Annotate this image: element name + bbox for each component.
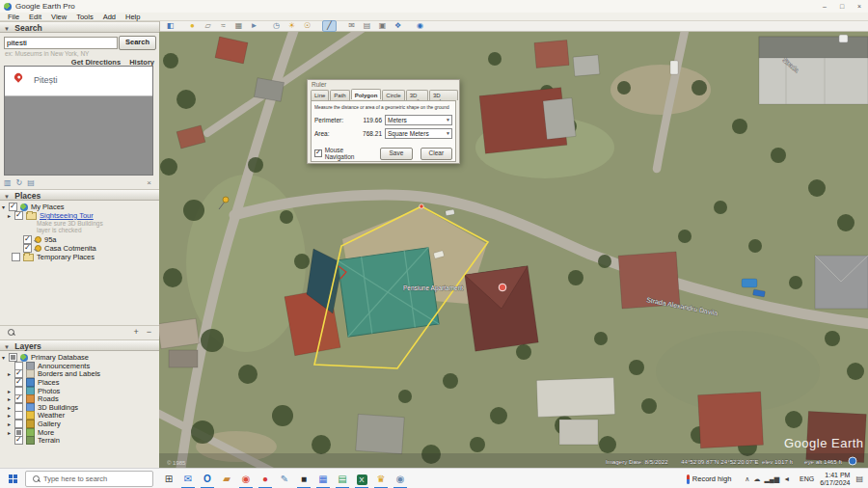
save-button[interactable]: Save: [380, 148, 412, 160]
code-app-icon[interactable]: ■: [294, 469, 313, 488]
historical-imagery-icon[interactable]: ◷: [269, 20, 284, 32]
tray-expand-icon[interactable]: ∧: [745, 475, 749, 483]
clear-results-icon[interactable]: ×: [147, 178, 151, 187]
ruler-tab[interactable]: Polygon: [351, 89, 382, 99]
layers-row-primary-database[interactable]: ▾ Primary Database: [2, 353, 89, 362]
menu-item[interactable]: Help: [121, 13, 145, 21]
perimeter-unit-select[interactable]: Meters: [385, 115, 452, 125]
menu-item[interactable]: Add: [98, 13, 121, 21]
clear-button[interactable]: Clear: [420, 148, 452, 160]
outlook-icon[interactable]: O: [198, 469, 217, 488]
mouse-navigation-checkbox[interactable]: [314, 149, 322, 157]
caret-right-icon[interactable]: ▸: [8, 212, 14, 219]
places-panel-header[interactable]: ▼ Places: [0, 189, 159, 201]
menu-item[interactable]: File: [3, 13, 24, 21]
primary-database-checkbox[interactable]: [9, 353, 17, 362]
notification-center-icon[interactable]: ▤: [855, 474, 863, 483]
paint-app-icon[interactable]: ✎: [275, 469, 294, 488]
layers-tree-row[interactable]: ▸ 3D Buildings: [8, 403, 100, 412]
ruler-tab[interactable]: 3D path: [406, 90, 428, 100]
add-polygon-icon[interactable]: ▱: [201, 20, 215, 32]
add-image-overlay-icon[interactable]: ▦: [231, 20, 246, 32]
caret-right-icon[interactable]: ▸: [8, 429, 14, 436]
menu-item[interactable]: View: [46, 13, 71, 21]
caret-down-icon[interactable]: ▾: [2, 354, 9, 361]
caret-down-icon[interactable]: ▾: [2, 203, 9, 210]
google-earth-icon[interactable]: ◉: [391, 469, 410, 488]
places-row-sightseeing[interactable]: ▸ Sightseeing Tour: [8, 211, 94, 220]
taskbar-search[interactable]: Type here to search: [25, 471, 153, 487]
ruler-tab[interactable]: Line: [311, 90, 329, 100]
weather-widget[interactable]: Record high: [692, 474, 731, 483]
lodging-poi-icon[interactable]: [499, 284, 506, 291]
onedrive-icon[interactable]: ☁: [753, 475, 760, 483]
network-icon[interactable]: ▂▄▆: [764, 475, 779, 483]
search-button[interactable]: Search: [119, 36, 156, 50]
ruler-icon[interactable]: ╱: [322, 20, 337, 32]
browser-app-icon[interactable]: ●: [256, 469, 275, 488]
toggle-sidebar-icon[interactable]: ◧: [163, 20, 177, 32]
places-row-my-places[interactable]: ▾ My Places: [2, 203, 65, 211]
add-path-icon[interactable]: ≈: [216, 20, 231, 32]
sunlight-icon[interactable]: ☀: [285, 20, 299, 32]
task-view-icon[interactable]: ⊞: [159, 469, 178, 488]
temporary-places-checkbox[interactable]: [12, 253, 20, 261]
gold-app-icon[interactable]: ♛: [371, 469, 391, 488]
caret-right-icon[interactable]: ▸: [8, 370, 14, 377]
refresh-results-icon[interactable]: ↻: [16, 178, 23, 187]
globe-icon[interactable]: ◉: [413, 20, 427, 32]
taskbar-clock[interactable]: 1:41 PM 6/17/2024: [820, 472, 850, 487]
layer-checkbox[interactable]: [14, 436, 23, 445]
volume-icon[interactable]: ◄: [783, 475, 790, 482]
minimize-button[interactable]: –: [816, 1, 833, 13]
places-row-casa-cotmenita[interactable]: Casa Cotmenita: [23, 244, 96, 253]
menu-item[interactable]: Edit: [24, 13, 46, 21]
caret-right-icon[interactable]: ▸: [8, 404, 14, 411]
maximize-button[interactable]: □: [833, 1, 851, 13]
search-places-icon[interactable]: [8, 329, 14, 336]
planets-icon[interactable]: ☉: [300, 20, 314, 32]
menu-item[interactable]: Tools: [71, 13, 98, 21]
excel-icon[interactable]: X: [352, 469, 371, 488]
caret-right-icon[interactable]: ▸: [8, 412, 14, 419]
places-row-temporary[interactable]: Temporary Places: [12, 253, 95, 261]
sheets-app-icon[interactable]: ▤: [333, 469, 352, 488]
ruler-vertex-marker[interactable]: [420, 204, 423, 208]
map-viewport[interactable]: Pensiune Apartament Strada Alexandru Dav…: [159, 32, 868, 468]
layers-panel-header[interactable]: ▼ Layers: [0, 339, 159, 351]
ruler-tab[interactable]: 3D polygon: [429, 90, 458, 100]
calculator-icon[interactable]: ▦: [313, 469, 333, 488]
print-icon[interactable]: ▤: [360, 20, 374, 32]
ruler-tab[interactable]: Circle: [382, 90, 404, 100]
layers-tree-row[interactable]: ▸ Roads: [8, 394, 100, 403]
folder-app-icon[interactable]: ▰: [217, 469, 236, 488]
photo-overlay-icon[interactable]: [839, 35, 848, 42]
sightseeing-checkbox[interactable]: [14, 211, 23, 220]
search-result-item[interactable]: Pitești: [5, 67, 152, 96]
start-button[interactable]: [0, 469, 25, 488]
layers-tree-row[interactable]: ▸ Terrain: [8, 436, 100, 445]
layers-tree-row[interactable]: ▸ Weather: [8, 412, 100, 420]
chrome-icon[interactable]: ◉: [236, 469, 256, 488]
ruler-dialog[interactable]: Ruler Line Path Polygon Circle 3D path 3…: [307, 79, 460, 164]
add-place-icon[interactable]: +: [133, 327, 138, 337]
remove-place-icon[interactable]: −: [147, 327, 151, 337]
layers-tree-row[interactable]: ▸ Gallery: [8, 420, 100, 428]
save-results-icon[interactable]: ▥: [4, 178, 12, 187]
close-button[interactable]: ×: [851, 1, 868, 13]
view-in-maps-icon[interactable]: ❖: [391, 20, 405, 32]
area-unit-select[interactable]: Square Meters: [385, 128, 452, 139]
caret-right-icon[interactable]: ▸: [8, 395, 14, 402]
ruler-tab[interactable]: Path: [330, 90, 349, 100]
mail-icon[interactable]: ✉: [178, 469, 198, 488]
search-panel-header[interactable]: ▼ Search: [0, 21, 159, 33]
attribution-globe-icon[interactable]: [849, 457, 856, 465]
search-input[interactable]: [4, 37, 118, 49]
caret-right-icon[interactable]: ▸: [8, 420, 14, 427]
print-results-icon[interactable]: ▤: [27, 178, 35, 187]
save-image-icon[interactable]: ▣: [375, 20, 390, 32]
language-indicator[interactable]: ENG: [800, 475, 814, 482]
email-icon[interactable]: ✉: [344, 20, 359, 32]
caret-right-icon[interactable]: ▸: [8, 388, 14, 394]
layers-tree-row[interactable]: ▸ Places: [8, 378, 100, 387]
